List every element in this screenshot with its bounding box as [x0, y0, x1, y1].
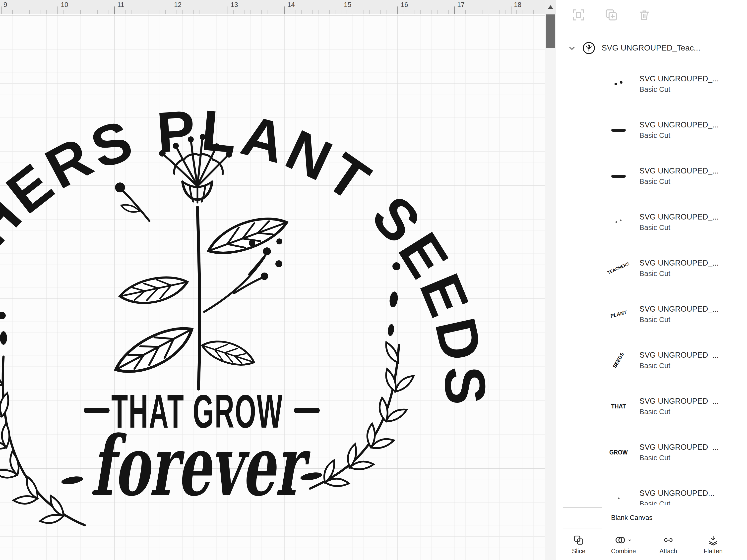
attach-icon [663, 534, 674, 546]
dot-shape [620, 81, 622, 84]
attach-label: Attach [660, 548, 677, 555]
flatten-icon [707, 534, 719, 546]
up-arrow-icon [548, 5, 553, 9]
layers-panel-toolbar [556, 0, 747, 30]
slice-icon [573, 534, 585, 546]
layer-thumbnail: PLANT [603, 311, 634, 317]
ruler-tick-label: 17 [457, 1, 465, 9]
layer-item[interactable]: GROW SVG UNGROUPED_... Basic Cut [556, 429, 747, 475]
bottom-script-text: forever [92, 418, 311, 514]
ruler-tick-label: 13 [231, 1, 238, 9]
layer-name: SVG UNGROUPED_... [639, 166, 719, 177]
laurel-left-branch [0, 357, 85, 525]
layer-cut-type: Basic Cut [639, 407, 719, 417]
slice-button[interactable]: Slice [556, 534, 601, 560]
ruler-tick-label: 14 [287, 1, 295, 9]
svg-group-thumbnail-icon [582, 41, 596, 55]
layer-thumbnail [603, 83, 634, 85]
attach-button[interactable]: Attach [646, 534, 691, 560]
layers-bottom-toolbar: Slice Combine Attach [556, 531, 747, 560]
thumbnail-text: GROW [609, 449, 628, 456]
vertical-scrollbar-thumb[interactable] [546, 15, 555, 48]
dot-shape [618, 498, 619, 499]
layer-cut-type: Basic Cut [639, 269, 719, 278]
canvas-area: 9 10 11 12 13 14 15 16 17 18 [0, 0, 556, 560]
canvas-grid[interactable]: TEACHERS PLANT SEEDS [0, 15, 545, 560]
ruler-tick-label: 18 [514, 1, 521, 9]
layer-name: SVG UNGROUPED_... [639, 212, 719, 222]
laurel-right-branch [310, 341, 416, 488]
layer-thumbnail [603, 175, 634, 178]
chevron-down-icon[interactable] [568, 44, 576, 52]
layer-name: SVG UNGROUPED_... [639, 120, 719, 130]
delete-icon[interactable] [638, 8, 651, 22]
ruler-tick-label: 16 [401, 1, 408, 9]
blank-canvas-label: Blank Canvas [611, 514, 653, 522]
layer-cut-type: Basic Cut [639, 222, 719, 233]
combine-icon [615, 534, 626, 546]
thumbnail-text: THAT [611, 402, 626, 410]
layer-item[interactable]: TEACHERS SVG UNGROUPED_... Basic Cut [556, 245, 747, 291]
layer-thumbnail: TEACHERS [603, 266, 634, 271]
layer-cut-type: Basic Cut [639, 361, 719, 371]
layer-thumbnail: GROW [603, 449, 634, 456]
dot-shape [615, 83, 617, 85]
layer-thumbnail: THAT [603, 403, 634, 410]
dash-shape [611, 175, 626, 178]
ruler-tick-label: 11 [117, 1, 124, 9]
slice-label: Slice [572, 548, 585, 555]
blank-canvas-row[interactable]: Blank Canvas [556, 505, 747, 531]
blank-canvas-thumbnail [563, 507, 602, 528]
layers-panel: SVG UNGROUPED_Teac... SVG UNGROUPED_... … [556, 0, 747, 560]
flatten-button[interactable]: Flatten [691, 534, 736, 560]
layer-item[interactable]: SVG UNGROUPED_... Basic Cut [556, 199, 747, 245]
combine-button[interactable]: Combine [601, 534, 646, 560]
layer-name: SVG UNGROUPED_... [639, 442, 719, 453]
thumbnail-text: SEEDS [612, 351, 625, 369]
horizontal-ruler: 9 10 11 12 13 14 15 16 17 18 [0, 0, 545, 14]
thumbnail-text: TEACHERS [607, 261, 630, 275]
scroll-up-button[interactable] [545, 0, 556, 14]
duplicate-icon[interactable] [604, 8, 618, 22]
layer-group-row[interactable]: SVG UNGROUPED_Teac... [556, 35, 747, 61]
layer-item[interactable]: THAT SVG UNGROUPED_... Basic Cut [556, 383, 747, 429]
flatten-label: Flatten [704, 548, 723, 555]
layer-name: SVG UNGROUPED_... [639, 396, 719, 407]
layer-cut-type: Basic Cut [639, 453, 719, 463]
flower-illustration [110, 134, 290, 389]
layer-thumbnail [603, 129, 634, 132]
right-dash [294, 408, 320, 413]
dot-shape [616, 221, 617, 223]
layer-item[interactable]: SVG UNGROUPED_... Basic Cut [556, 107, 747, 153]
thumbnail-text: PLANT [610, 310, 627, 319]
layer-name: SVG UNGROUPED_... [639, 304, 719, 315]
dash-shape [611, 129, 626, 132]
layer-name: SVG UNGROUPED_... [639, 74, 719, 84]
dot-shape [620, 219, 621, 221]
canvas-vertical-scrollbar[interactable] [545, 0, 556, 560]
ruler-tick-label: 15 [344, 1, 351, 9]
left-dash [84, 408, 109, 413]
chevron-down-icon[interactable] [627, 537, 633, 543]
layer-name: SVG UNGROUPED... [639, 488, 714, 499]
group-icon[interactable] [572, 8, 585, 22]
ruler-tick-label: 12 [174, 1, 182, 9]
layer-item[interactable]: SVG UNGROUPED... Basic Cut [556, 475, 747, 505]
layer-group-label: SVG UNGROUPED_Teac... [601, 43, 700, 53]
layers-list: SVG UNGROUPED_Teac... SVG UNGROUPED_... … [556, 30, 747, 505]
design-artwork[interactable]: TEACHERS PLANT SEEDS [0, 15, 545, 560]
layer-item[interactable]: SVG UNGROUPED_... Basic Cut [556, 153, 747, 199]
layer-cut-type: Basic Cut [639, 315, 719, 324]
layer-thumbnail: SEEDS [603, 357, 634, 363]
layer-thumbnail [603, 498, 634, 499]
layer-cut-type: Basic Cut [639, 84, 719, 94]
layer-cut-type: Basic Cut [639, 499, 714, 505]
layer-cut-type: Basic Cut [639, 130, 719, 140]
layer-cut-type: Basic Cut [639, 177, 719, 186]
contour-button[interactable]: Co [736, 534, 747, 560]
layer-item[interactable]: SVG UNGROUPED_... Basic Cut [556, 61, 747, 107]
layer-name: SVG UNGROUPED_... [639, 350, 719, 361]
layer-item[interactable]: SEEDS SVG UNGROUPED_... Basic Cut [556, 337, 747, 383]
layer-item[interactable]: PLANT SVG UNGROUPED_... Basic Cut [556, 291, 747, 337]
layer-thumbnail [603, 221, 634, 223]
